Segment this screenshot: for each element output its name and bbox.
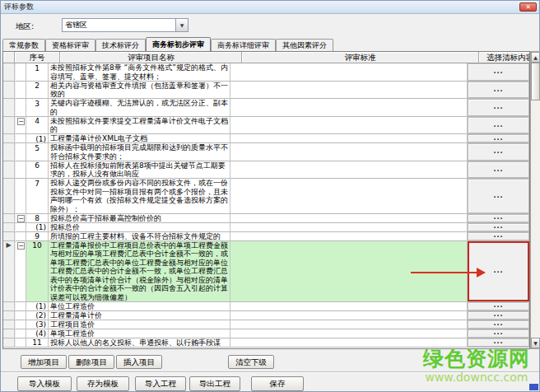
region-select[interactable]: 省辖区 ▼ [62,18,189,32]
table-row[interactable]: 11 投标人以他人的名义投标、串通投标、以行贿手段谋 ... [3,338,529,348]
export-project-button[interactable]: 导出工程 [189,376,240,391]
tab-1[interactable]: 常规参数 [2,39,45,51]
row-name-cell[interactable]: 单项工程造价 [49,329,230,338]
insert-item-button[interactable]: 插入项目 [116,355,162,369]
row-name-cell[interactable]: 投标人以他人的名义投标、串通投标、以行贿手段谋 [49,338,230,348]
table-row[interactable]: 9 所填报的工程主要材料、设备不符合招标文件规定的 ... [3,232,529,241]
row-standard-cell[interactable] [230,99,468,117]
row-selector-cell[interactable] [3,143,15,161]
table-row[interactable]: (1) 投标总价 ... [3,223,529,232]
row-standard-cell[interactable] [230,311,468,320]
collapse-icon[interactable]: − [17,118,25,125]
row-selector-cell[interactable] [3,179,15,214]
row-standard-cell[interactable] [230,338,468,348]
row-selector-cell[interactable] [3,338,15,348]
collapse-icon[interactable]: − [17,215,25,222]
table-row[interactable]: (3) 工程项目造价 ... [3,320,529,329]
delete-item-button[interactable]: 删除项目 [68,355,114,369]
row-standard-cell[interactable] [230,214,468,223]
vertical-scrollbar[interactable]: ▲ ▼ [530,51,540,349]
row-name-cell[interactable]: 投标总价高于招标最高控制价价的 [49,214,230,223]
pick-ellipsis-button[interactable]: ... [468,214,529,222]
table-row[interactable]: 6 招标人在投标须知前附表第8项中提出关键节点工期要求的，投标人没有做出响应 .… [3,161,529,180]
row-selector-cell[interactable] [3,161,15,180]
pick-ellipsis-button[interactable]: ... [468,117,529,134]
row-selector-cell[interactable] [3,232,15,241]
pick-ellipsis-button[interactable]: ... [468,223,529,231]
row-selector-cell[interactable] [3,214,15,223]
row-name-cell[interactable]: 工程量清单计价XML电子文档 [49,134,230,143]
row-standard-cell[interactable] [230,161,468,180]
row-selector-cell[interactable] [3,99,15,117]
row-standard-cell[interactable] [230,320,468,329]
row-selector-cell[interactable] [3,134,15,143]
tab-4[interactable]: 商务标初步评审 [146,37,211,51]
table-row[interactable]: 1 未按照招标文件第8章 “商务文件格式”规定的格式、内容填写、盖章、签署、提交… [3,63,529,82]
table-row[interactable]: 3 关键内容字迹模糊、无法辨认的，或无法区分正、副本的 ... [3,99,529,117]
row-selector-cell[interactable] [3,223,15,232]
tab-5[interactable]: 商务标详细评审 [211,39,276,51]
row-name-cell[interactable]: 工程量清单报价中工程项目总价表中的单项工程费金额与相对应的单项工程费汇总表中合计… [49,241,230,302]
pick-ellipsis-button[interactable]: ... [468,179,529,213]
table-row[interactable]: (4) 单项工程造价 ... [3,329,529,338]
chevron-down-icon[interactable]: ▼ [175,19,188,31]
row-name-cell[interactable]: 投标人递交两份或多份内容不同的投标文件，或在一份投标文件中对同一招标项目报有两个… [49,179,230,214]
row-standard-cell[interactable] [230,143,468,161]
table-row[interactable]: 2 相关内容与资格审查文件填报（包括盖章和签署）不一致的 ... [3,82,529,100]
row-standard-cell[interactable] [230,134,468,143]
pick-ellipsis-button[interactable]: ... [468,232,529,240]
table-row[interactable]: 7 投标人递交两份或多份内容不同的投标文件，或在一份投标文件中对同一招标项目报有… [3,179,529,214]
row-name-cell[interactable]: 未按照招标文件第8章 “商务文件格式”规定的格式、内容填写、盖章、签署、提交材料… [49,63,230,82]
import-project-button[interactable]: 导入工程 [135,376,186,391]
row-name-cell[interactable]: 关键内容字迹模糊、无法辨认的，或无法区分正、副本的 [49,99,230,117]
save-button[interactable]: 保存 [251,376,304,391]
pick-ellipsis-button[interactable]: ... [468,338,529,347]
pick-ellipsis-button[interactable]: ... [468,143,529,161]
table-row[interactable]: (2) 工程量清单计价 ... [3,311,529,320]
pick-ellipsis-button[interactable]: ... [468,329,529,338]
tab-2[interactable]: 资格标评审 [45,39,95,51]
row-name-cell[interactable]: 工程项目造价 [49,320,230,329]
table-row[interactable]: 5 投标函中载明的招标项目完成期限和达到的质量水平不符合招标文件要求的； ... [3,143,529,161]
save-template-button[interactable]: 存为模板 [77,376,129,391]
row-standard-cell[interactable] [230,63,468,82]
row-name-cell[interactable]: 相关内容与资格审查文件填报（包括盖章和签署）不一致的 [49,82,230,100]
row-selector-cell[interactable] [3,117,15,135]
clear-children-button[interactable]: 清空下级 [228,355,274,369]
pick-ellipsis-button[interactable]: ... [468,320,529,329]
pick-ellipsis-button[interactable]: ... [468,311,529,320]
row-name-cell[interactable]: 工程量清单计价 [49,311,230,320]
scroll-down-icon[interactable]: ▼ [531,338,540,348]
row-standard-cell[interactable] [230,117,468,135]
pick-ellipsis-button[interactable]: ... [468,99,529,116]
table-row[interactable]: − 8 投标总价高于招标最高控制价价的 ... [3,214,529,223]
pick-ellipsis-button[interactable]: ... [468,82,529,99]
tab-3[interactable]: 技术标评分 [95,39,146,51]
pick-ellipsis-button[interactable]: ... [468,134,529,142]
row-standard-cell[interactable] [230,232,468,241]
row-selector-cell[interactable] [3,302,15,311]
row-selector-cell[interactable]: ▶ [3,241,15,302]
tab-6[interactable]: 其他因素评分 [276,39,333,51]
table-row[interactable]: (1) 单位工程造价 ... [3,302,529,311]
table-row[interactable]: (1) 工程量清单计价XML电子文档 ... [3,134,529,143]
table-row[interactable]: − 4 未按照招标文件要求提交工程量清单计价文件电子文档的 ... [3,117,529,135]
row-name-cell[interactable]: 投标函中载明的招标项目完成期限和达到的质量水平不符合招标文件要求的； [49,143,230,161]
row-selector-cell[interactable] [3,320,15,329]
row-selector-cell[interactable] [3,82,15,100]
row-name-cell[interactable]: 单位工程造价 [49,302,230,311]
pick-ellipsis-button[interactable]: ... [468,302,529,310]
row-standard-cell[interactable] [230,329,468,338]
scrollbar-thumb[interactable] [531,63,540,100]
row-name-cell[interactable]: 未按照招标文件要求提交工程量清单计价文件电子文档的 [49,117,230,135]
row-standard-cell[interactable] [230,82,468,100]
row-selector-cell[interactable] [3,329,15,338]
pick-ellipsis-button[interactable]: ... [468,161,529,179]
row-standard-cell[interactable] [230,223,468,232]
close-icon[interactable]: ✕ [519,2,537,12]
row-name-cell[interactable]: 所填报的工程主要材料、设备不符合招标文件规定的 [49,232,230,241]
row-standard-cell[interactable] [230,179,468,214]
import-template-button[interactable]: 导入模板 [17,376,72,391]
pick-ellipsis-button[interactable]: ... [468,63,529,81]
collapse-icon[interactable]: − [17,242,25,250]
